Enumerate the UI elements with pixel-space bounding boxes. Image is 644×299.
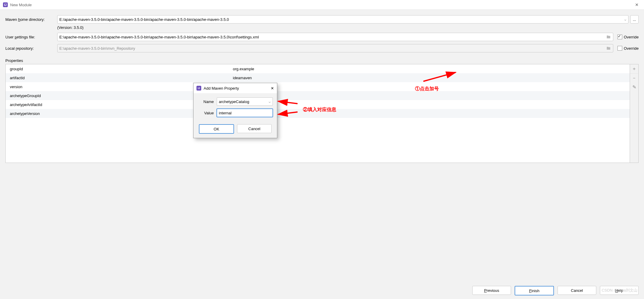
- chevron-down-icon: ⌵: [269, 100, 271, 104]
- ok-button[interactable]: OK: [199, 124, 234, 134]
- maven-home-browse-button[interactable]: ...: [630, 15, 639, 24]
- dialog-title: Add Maven Property: [204, 86, 239, 91]
- annotation-arrow-1: [423, 71, 459, 84]
- annotation-text-2: ②填入对应信息: [303, 107, 336, 113]
- maven-home-value: E:/apache-maven-3.5.0-bin/apache-maven-3…: [59, 17, 229, 22]
- svg-line-0: [423, 72, 456, 81]
- app-icon: IJ: [196, 86, 201, 91]
- table-row[interactable]: artifactIdideamaven: [6, 73, 630, 82]
- table-row[interactable]: version: [6, 82, 630, 91]
- titlebar: IJ New Module ✕: [0, 0, 644, 10]
- add-property-dialog: IJ Add Maven Property ✕ Name archetypeCa…: [193, 83, 277, 138]
- remove-property-button[interactable]: －: [630, 74, 638, 82]
- app-icon: IJ: [3, 2, 8, 7]
- properties-table[interactable]: groupIdorg.example artifactIdideamaven v…: [6, 64, 630, 163]
- maven-home-combo[interactable]: E:/apache-maven-3.5.0-bin/apache-maven-3…: [57, 15, 628, 24]
- dialog-close-button[interactable]: ✕: [271, 86, 274, 91]
- annotation-arrow-2b: [277, 110, 301, 118]
- checkbox-checked-icon: [617, 35, 622, 39]
- table-row[interactable]: groupIdorg.example: [6, 64, 630, 73]
- value-input[interactable]: internal: [217, 109, 273, 117]
- user-settings-input[interactable]: E:\apache-maven-3.5.0-bin\apache-maven-3…: [57, 33, 613, 41]
- local-repo-value: E:\apache-maven-3.5.0-bin\mvn_Repository: [59, 46, 135, 51]
- edit-property-button[interactable]: ✎: [630, 82, 638, 91]
- folder-icon: [606, 46, 611, 50]
- checkbox-icon: [617, 46, 622, 51]
- dialog-cancel-button[interactable]: Cancel: [237, 124, 272, 133]
- properties-label: Properties: [5, 58, 639, 63]
- properties-panel: groupIdorg.example artifactIdideamaven v…: [5, 64, 639, 163]
- folder-icon: [606, 35, 611, 39]
- user-settings-override[interactable]: Override: [617, 35, 639, 39]
- table-row[interactable]: archetypeGroupIdarchetypes: [6, 91, 630, 100]
- annotation-arrow-2a: [277, 98, 301, 106]
- user-settings-value: E:\apache-maven-3.5.0-bin\apache-maven-3…: [59, 35, 259, 39]
- svg-line-2: [278, 112, 298, 114]
- local-repo-override[interactable]: Override: [617, 46, 639, 51]
- window-close-button[interactable]: ✕: [633, 2, 641, 7]
- local-repo-input: E:\apache-maven-3.5.0-bin\mvn_Repository: [57, 44, 613, 52]
- add-property-button[interactable]: ＋: [630, 64, 638, 74]
- watermark: CSDN @Java刘文山: [602, 288, 637, 293]
- value-text: internal: [219, 111, 232, 115]
- name-combo[interactable]: archetypeCatalog ⌵: [217, 97, 273, 106]
- value-label: Value: [198, 111, 217, 115]
- svg-line-1: [278, 101, 298, 104]
- finish-button[interactable]: Finish: [515, 286, 554, 295]
- user-settings-label: User settings file:: [5, 35, 57, 39]
- local-repo-label: Local repository:: [5, 46, 57, 51]
- name-label: Name: [198, 99, 217, 104]
- chevron-down-icon: ⌵: [624, 18, 626, 21]
- previous-button[interactable]: Previous: [472, 286, 511, 295]
- name-value: archetypeCatalog: [219, 99, 249, 104]
- maven-home-label: Maven home directory:: [5, 17, 57, 22]
- cancel-button[interactable]: Cancel: [558, 286, 596, 295]
- maven-version-note: (Version: 3.5.0): [57, 25, 639, 30]
- annotation-text-1: ①点击加号: [415, 86, 439, 92]
- window-title: New Module: [10, 3, 32, 7]
